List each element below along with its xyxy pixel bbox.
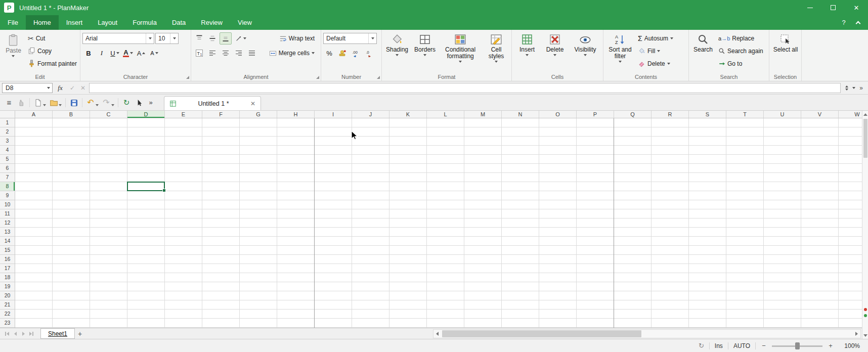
- previous-sheet-button[interactable]: [11, 330, 19, 338]
- fill-handle[interactable]: [162, 189, 166, 192]
- insert-function-button[interactable]: fx: [54, 84, 66, 92]
- column-header-u[interactable]: U: [764, 111, 801, 118]
- row-header-8[interactable]: 8: [0, 182, 15, 191]
- first-sheet-button[interactable]: [3, 330, 11, 338]
- grow-font-button[interactable]: A: [135, 47, 147, 59]
- row-header-16[interactable]: 16: [0, 255, 15, 264]
- column-header-g[interactable]: G: [240, 111, 277, 118]
- fill-button[interactable]: Fill: [636, 45, 675, 57]
- last-sheet-button[interactable]: [27, 330, 35, 338]
- column-header-o[interactable]: O: [539, 111, 577, 118]
- document-tab[interactable]: Untitled 1 * ✕: [164, 96, 261, 110]
- column-header-c[interactable]: C: [90, 111, 127, 118]
- row-header-5[interactable]: 5: [0, 155, 15, 164]
- auto-indicator[interactable]: AUTO: [733, 342, 750, 349]
- column-header-v[interactable]: V: [801, 111, 839, 118]
- zoom-in-button[interactable]: +: [828, 342, 834, 349]
- row-header-1[interactable]: 1: [0, 118, 15, 127]
- chevron-down-icon[interactable]: [96, 104, 99, 106]
- search-again-button[interactable]: Search again: [717, 45, 765, 57]
- delete-contents-button[interactable]: Delete: [636, 57, 675, 70]
- chevron-down-icon[interactable]: [852, 87, 855, 89]
- align-left-button[interactable]: [206, 47, 219, 59]
- column-header-m[interactable]: M: [464, 111, 502, 118]
- open-button[interactable]: [48, 97, 60, 109]
- select-all-corner[interactable]: [0, 111, 15, 118]
- menu-item-home[interactable]: Home: [26, 15, 59, 30]
- paste-button[interactable]: Paste: [2, 32, 25, 73]
- row-header-21[interactable]: 21: [0, 300, 15, 310]
- chevron-down-icon[interactable]: [43, 104, 46, 106]
- scroll-down-button[interactable]: [862, 332, 868, 339]
- italic-button[interactable]: I: [96, 47, 108, 59]
- conditional-formatting-button[interactable]: Conditional formatting: [440, 32, 481, 73]
- sheet-tab-sheet1[interactable]: Sheet1: [40, 328, 75, 339]
- horizontal-scrollbar-track[interactable]: [441, 330, 853, 338]
- add-sheet-button[interactable]: +: [75, 329, 85, 339]
- menu-item-layout[interactable]: Layout: [90, 15, 125, 30]
- expand-formula-bar-button[interactable]: [845, 85, 848, 91]
- minimize-button[interactable]: [798, 0, 821, 15]
- next-sheet-button[interactable]: [19, 330, 27, 338]
- spreadsheet-grid[interactable]: [15, 118, 862, 328]
- zoom-level[interactable]: 100%: [839, 342, 860, 349]
- horizontal-scrollbar[interactable]: [433, 329, 861, 338]
- replace-button[interactable]: a→b Replace: [717, 32, 765, 45]
- column-header-t[interactable]: T: [726, 111, 764, 118]
- column-header-l[interactable]: L: [427, 111, 464, 118]
- percent-format-button[interactable]: %: [323, 47, 335, 59]
- number-format-dropdown[interactable]: [368, 33, 376, 43]
- column-header-k[interactable]: K: [389, 111, 427, 118]
- column-header-h[interactable]: H: [277, 111, 315, 118]
- justify-button[interactable]: [246, 47, 258, 59]
- visibility-button[interactable]: Visibility: [570, 32, 601, 73]
- cancel-entry-button[interactable]: ✕: [78, 84, 88, 92]
- new-document-button[interactable]: [32, 97, 44, 109]
- shrink-font-button[interactable]: A: [148, 47, 160, 59]
- align-bottom-button[interactable]: [220, 32, 232, 45]
- undo-button[interactable]: ↶: [84, 97, 97, 109]
- formula-input[interactable]: [89, 83, 841, 93]
- menu-item-data[interactable]: Data: [164, 15, 193, 30]
- font-name-dropdown[interactable]: [146, 33, 154, 43]
- zoom-out-button[interactable]: −: [761, 342, 767, 349]
- row-header-3[interactable]: 3: [0, 137, 15, 146]
- font-size-select[interactable]: 10: [155, 33, 179, 44]
- zoom-slider-thumb[interactable]: [795, 342, 800, 349]
- merge-cells-button[interactable]: Merge cells: [268, 47, 316, 60]
- maximize-button[interactable]: [821, 0, 845, 15]
- column-header-d[interactable]: D: [127, 111, 165, 118]
- chevron-down-icon[interactable]: [111, 104, 114, 106]
- cell-reference-box[interactable]: D8: [2, 83, 53, 93]
- menu-item-view[interactable]: View: [230, 15, 259, 30]
- underline-button[interactable]: U: [109, 47, 121, 59]
- remove-decimal-button[interactable]: .0: [363, 47, 375, 59]
- column-header-j[interactable]: J: [352, 111, 389, 118]
- vertical-scrollbar[interactable]: [862, 111, 868, 339]
- delete-cells-button[interactable]: Delete: [542, 32, 568, 73]
- row-header-2[interactable]: 2: [0, 127, 15, 137]
- format-painter-button[interactable]: Format painter: [26, 57, 78, 70]
- row-header-11[interactable]: 11: [0, 209, 15, 218]
- redo-button[interactable]: ↷: [100, 97, 112, 109]
- save-button[interactable]: [68, 97, 80, 109]
- column-header-f[interactable]: F: [202, 111, 240, 118]
- column-header-p[interactable]: P: [577, 111, 614, 118]
- select-all-button[interactable]: Select all: [772, 32, 799, 73]
- insert-mode-indicator[interactable]: Ins: [715, 342, 723, 349]
- row-header-20[interactable]: 20: [0, 291, 15, 300]
- insert-cells-button[interactable]: Insert: [514, 32, 540, 73]
- go-to-button[interactable]: Go to: [717, 57, 765, 70]
- collapse-ribbon-button[interactable]: [852, 17, 864, 28]
- font-size-dropdown[interactable]: [170, 33, 178, 43]
- zoom-slider[interactable]: [772, 342, 822, 350]
- chevron-down-icon[interactable]: [59, 104, 62, 106]
- row-header-14[interactable]: 14: [0, 237, 15, 246]
- horizontal-scrollbar-thumb[interactable]: [442, 330, 641, 337]
- copy-button[interactable]: Copy: [26, 45, 78, 57]
- recalculate-button[interactable]: ↻: [120, 97, 133, 109]
- row-header-17[interactable]: 17: [0, 264, 15, 273]
- borders-button[interactable]: Borders: [412, 32, 438, 73]
- formula-bar-more-icon[interactable]: »: [859, 84, 863, 92]
- cell-styles-button[interactable]: Cell styles: [483, 32, 510, 73]
